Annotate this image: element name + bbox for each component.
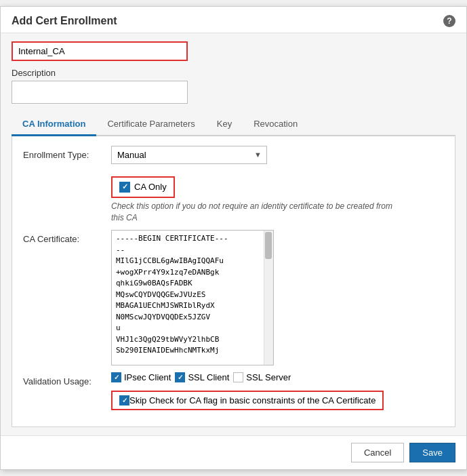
scrollbar-track bbox=[264, 231, 273, 365]
ca-only-hint: Check this option if you do not require … bbox=[111, 201, 403, 224]
name-input[interactable] bbox=[12, 41, 188, 61]
cert-line-7: MBAGA1UEChMJSWRIblRydX bbox=[116, 300, 260, 312]
dialog-footer: Cancel Save bbox=[1, 435, 466, 469]
description-section: Description bbox=[12, 68, 455, 104]
tab-ca-information[interactable]: CA Information bbox=[12, 113, 96, 136]
ca-certificate-control: -----BEGIN CERTIFICATE--- -- MIlG1jCCBL6… bbox=[111, 230, 444, 365]
description-input[interactable] bbox=[12, 81, 188, 104]
ssl-server-checkbox[interactable] bbox=[233, 372, 243, 382]
cert-line-11: Sb290IENAIDEwHhcNMTkxMj bbox=[116, 345, 260, 357]
ssl-client-item: SSL Client bbox=[175, 372, 229, 382]
tab-content-ca-information: Enrollment Type: Manual SCEP EST ▼ bbox=[12, 136, 455, 428]
validation-usage-label: Validation Usage: bbox=[23, 372, 111, 386]
cert-line-3: MIlG1jCCBL6gAwIBAgIQQAFu bbox=[116, 256, 260, 267]
cert-line-10: VHJ1c3QgQ29tbWVyY2lhbCB bbox=[116, 334, 260, 346]
ssl-server-label: SSL Server bbox=[246, 372, 291, 382]
tabs-nav: CA Information Certificate Parameters Ke… bbox=[12, 113, 455, 136]
ca-certificate-row: CA Certificate: -----BEGIN CERTIFICATE--… bbox=[12, 230, 455, 365]
enrollment-type-select-wrapper: Manual SCEP EST ▼ bbox=[111, 146, 267, 164]
save-button[interactable]: Save bbox=[409, 443, 455, 462]
add-cert-enrollment-dialog: Add Cert Enrollment ? Description CA Inf… bbox=[0, 6, 467, 471]
ca-only-control: CA Only Check this option if you do not … bbox=[111, 171, 444, 224]
ca-only-checkbox[interactable] bbox=[119, 182, 130, 193]
cert-line-2: -- bbox=[116, 245, 260, 256]
description-label: Description bbox=[12, 68, 455, 78]
help-icon[interactable]: ? bbox=[443, 15, 455, 27]
enrollment-type-label: Enrollment Type: bbox=[23, 146, 111, 160]
ssl-client-checkbox[interactable] bbox=[175, 372, 185, 382]
validation-usage-control: IPsec Client SSL Client SSL Server bbox=[111, 372, 444, 410]
tab-certificate-parameters[interactable]: Certificate Parameters bbox=[96, 113, 205, 136]
ca-only-label: CA Only bbox=[134, 182, 167, 192]
name-field bbox=[12, 41, 455, 61]
enrollment-type-control: Manual SCEP EST ▼ bbox=[111, 146, 444, 164]
skip-check-label: Skip Check for CA flag in basic constrai… bbox=[129, 395, 375, 405]
ca-certificate-textarea[interactable]: -----BEGIN CERTIFICATE--- -- MIlG1jCCBL6… bbox=[111, 230, 274, 365]
ssl-client-label: SSL Client bbox=[188, 372, 229, 382]
ipsec-client-item: IPsec Client bbox=[111, 372, 171, 382]
ssl-server-item: SSL Server bbox=[233, 372, 291, 382]
cert-line-9: u bbox=[116, 323, 260, 334]
enrollment-type-row: Enrollment Type: Manual SCEP EST ▼ bbox=[12, 146, 455, 164]
skip-check-box: Skip Check for CA flag in basic constrai… bbox=[111, 391, 384, 410]
ca-only-row: CA Only Check this option if you do not … bbox=[12, 171, 455, 224]
cert-line-6: MQswCQYDVQQGEwJVUzES bbox=[116, 290, 260, 301]
dialog-body: Description CA Information Certificate P… bbox=[1, 33, 466, 436]
ipsec-client-checkbox[interactable] bbox=[111, 372, 121, 382]
cert-line-8: N0MScwJQYDVQQDEx5JZGV bbox=[116, 312, 260, 323]
validation-checkboxes: IPsec Client SSL Client SSL Server bbox=[111, 372, 444, 382]
scrollbar-thumb[interactable] bbox=[265, 232, 272, 259]
tab-revocation[interactable]: Revocation bbox=[243, 113, 308, 136]
cert-line-1: -----BEGIN CERTIFICATE--- bbox=[116, 233, 260, 245]
dialog-title: Add Cert Enrollment bbox=[12, 15, 117, 27]
cert-text-content: -----BEGIN CERTIFICATE--- -- MIlG1jCCBL6… bbox=[112, 231, 264, 365]
validation-usage-row: Validation Usage: IPsec Client SSL Clien… bbox=[12, 372, 455, 410]
ca-certificate-label: CA Certificate: bbox=[23, 230, 111, 244]
skip-check-checkbox[interactable] bbox=[119, 395, 129, 405]
cancel-button[interactable]: Cancel bbox=[351, 443, 404, 462]
ca-only-box: CA Only bbox=[111, 176, 175, 198]
ca-only-spacer bbox=[23, 171, 111, 175]
cert-line-5: qhkiG9w0BAQsFADBK bbox=[116, 278, 260, 290]
ipsec-client-label: IPsec Client bbox=[124, 372, 171, 382]
tab-key[interactable]: Key bbox=[206, 113, 243, 136]
enrollment-type-select[interactable]: Manual SCEP EST bbox=[111, 146, 267, 164]
dialog-header: Add Cert Enrollment ? bbox=[1, 7, 466, 33]
cert-line-4: +wogXPrr4Y9x1zq7eDANBgk bbox=[116, 267, 260, 279]
